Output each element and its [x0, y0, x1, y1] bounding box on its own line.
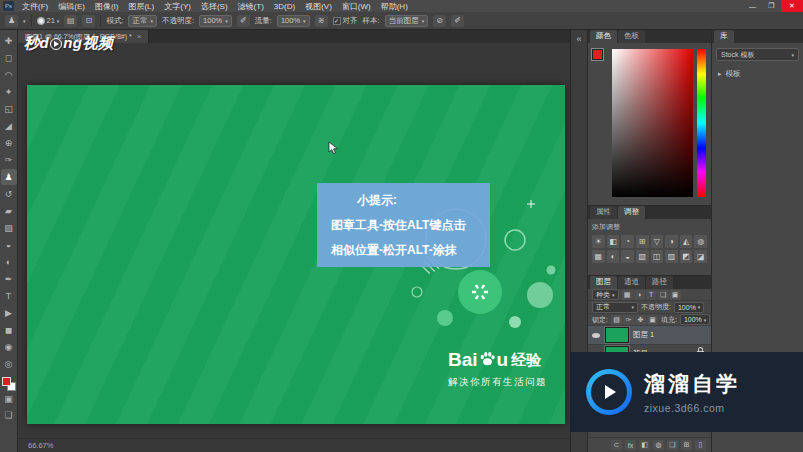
adjustment-icon[interactable]: ▽: [651, 235, 664, 248]
adjustment-icon[interactable]: ◐: [607, 250, 620, 263]
layers-footer-icon[interactable]: ⊂: [611, 440, 622, 450]
color-gradient-picker[interactable]: [612, 49, 693, 197]
tool-button[interactable]: ◎: [1, 356, 17, 372]
tool-button[interactable]: ⊕: [1, 135, 17, 151]
fill-select[interactable]: 100% ▾: [680, 314, 710, 325]
adjustment-icon[interactable]: ▧: [636, 250, 649, 263]
menu-item[interactable]: 窗口(W): [337, 0, 376, 12]
adjustment-icon[interactable]: ◧: [607, 235, 620, 248]
aligned-option[interactable]: ✓ 对齐: [333, 16, 358, 26]
close-button[interactable]: ✕: [781, 0, 803, 12]
layers-footer-icon[interactable]: fx: [625, 440, 636, 450]
tool-button[interactable]: ◉: [1, 339, 17, 355]
tool-button[interactable]: ▨: [1, 220, 17, 236]
menu-item[interactable]: 文件(F): [17, 0, 53, 12]
lock-icon[interactable]: ▨: [611, 315, 622, 325]
adjustment-icon[interactable]: ◫: [651, 250, 664, 263]
adjustment-icon[interactable]: ◭: [680, 235, 693, 248]
layer-filter-icon[interactable]: ◑: [634, 290, 645, 300]
tool-button[interactable]: ◒: [1, 237, 17, 253]
tab-close-icon[interactable]: ×: [137, 32, 142, 41]
menu-item[interactable]: 滤镜(T): [233, 0, 269, 12]
adjustment-icon[interactable]: ◔: [621, 235, 634, 248]
tool-button[interactable]: ◼: [1, 322, 17, 338]
adjustment-icon[interactable]: ◍: [694, 235, 707, 248]
tool-button[interactable]: ◻: [1, 50, 17, 66]
brush-size-picker[interactable]: 21 ▾: [37, 16, 60, 25]
lock-icon[interactable]: ✑: [623, 315, 634, 325]
lock-icon[interactable]: ▣: [647, 315, 658, 325]
clone-source-icon[interactable]: ⊡: [82, 15, 95, 27]
hue-slider[interactable]: [697, 49, 706, 197]
blend-mode-select[interactable]: 正常 ▾: [592, 302, 638, 313]
pressure-opacity-icon[interactable]: ✐: [237, 15, 250, 27]
tool-button[interactable]: ✚: [1, 33, 17, 49]
adjustment-icon[interactable]: ☀: [592, 235, 605, 248]
airbrush-icon[interactable]: ≋: [315, 15, 328, 27]
tool-button[interactable]: ◱: [1, 101, 17, 117]
minimize-button[interactable]: —: [743, 0, 762, 12]
tab-paths[interactable]: 路径: [646, 276, 673, 289]
tab-libraries[interactable]: 库: [714, 30, 734, 43]
adjustment-icon[interactable]: ◒: [621, 250, 634, 263]
tool-button[interactable]: ✒: [1, 271, 17, 287]
layers-footer-icon[interactable]: ◍: [653, 440, 664, 450]
tab-channels[interactable]: 通道: [618, 276, 645, 289]
sample-dropdown[interactable]: 当前图层 ▾: [385, 15, 429, 27]
layer-filter-icon[interactable]: ▦: [622, 290, 633, 300]
tool-button[interactable]: ◐: [1, 254, 17, 270]
chevron-down-icon[interactable]: ▾: [23, 18, 26, 24]
layers-footer-icon[interactable]: ▯: [695, 440, 706, 450]
layer-opacity-select[interactable]: 100% ▾: [674, 302, 704, 313]
flow-dropdown[interactable]: 100% ▾: [277, 15, 310, 27]
library-type-select[interactable]: Stock 模板 ▾: [716, 48, 799, 61]
tool-button[interactable]: ◢: [1, 118, 17, 134]
adjustment-icon[interactable]: ⊞: [636, 235, 649, 248]
visibility-eye-icon[interactable]: [591, 330, 601, 340]
tool-button[interactable]: T: [1, 288, 17, 304]
pressure-size-icon[interactable]: ✐: [451, 15, 464, 27]
maximize-button[interactable]: ❐: [762, 0, 781, 12]
tool-button[interactable]: ✦: [1, 84, 17, 100]
library-templates-item[interactable]: ▸ 模板: [716, 69, 799, 79]
menu-item[interactable]: 3D(D): [269, 0, 300, 12]
layer-filter-icon[interactable]: ▣: [670, 290, 681, 300]
quick-mask-button[interactable]: ▣: [1, 391, 17, 407]
menu-item[interactable]: 图像(I): [90, 0, 124, 12]
menu-item[interactable]: 编辑(E): [53, 0, 90, 12]
aligned-checkbox[interactable]: ✓: [333, 17, 341, 25]
adjustment-icon[interactable]: ◩: [680, 250, 693, 263]
foreground-color-indicator[interactable]: [592, 49, 603, 60]
tab-layers[interactable]: 图层: [590, 276, 617, 289]
menu-item[interactable]: 视图(V): [300, 0, 337, 12]
tab-swatches[interactable]: 色板: [618, 30, 645, 43]
adjustment-icon[interactable]: ◑: [665, 235, 678, 248]
zoom-level[interactable]: 66.67%: [28, 441, 53, 450]
document-canvas[interactable]: 小提示: 图章工具-按住ALT键点击 相似位置-松开ALT-涂抹: [27, 85, 565, 424]
blend-mode-dropdown[interactable]: 正常 ▾: [128, 15, 157, 27]
adjustment-icon[interactable]: ◪: [694, 250, 707, 263]
tool-button[interactable]: ↺: [1, 186, 17, 202]
tab-properties[interactable]: 属性: [590, 206, 617, 219]
menu-item[interactable]: 选择(S): [196, 0, 233, 12]
canvas-viewport[interactable]: 小提示: 图章工具-按住ALT键点击 相似位置-松开ALT-涂抹: [18, 43, 570, 438]
layer-filter-select[interactable]: 种类 ▾: [592, 289, 619, 300]
tool-button[interactable]: ▰: [1, 203, 17, 219]
screen-mode-button[interactable]: ❏: [1, 407, 17, 423]
tool-button[interactable]: ♟: [1, 169, 17, 185]
layer-filter-icon[interactable]: T: [646, 290, 657, 300]
layer-filter-icon[interactable]: ❏: [658, 290, 669, 300]
tab-color[interactable]: 颜色: [590, 30, 617, 43]
layers-footer-icon[interactable]: ❏: [667, 440, 678, 450]
tool-preset-icon[interactable]: ♟: [5, 15, 18, 27]
brush-panel-icon[interactable]: ▤: [64, 15, 77, 27]
layer-row-layer1[interactable]: 图层 1: [588, 326, 711, 345]
opacity-dropdown[interactable]: 100% ▾: [199, 15, 232, 27]
ignore-adjustments-icon[interactable]: ⊘: [433, 15, 446, 27]
adjustment-icon[interactable]: ▨: [665, 250, 678, 263]
menu-item[interactable]: 图层(L): [123, 0, 159, 12]
tool-button[interactable]: ✑: [1, 152, 17, 168]
menu-item[interactable]: 文字(Y): [159, 0, 196, 12]
collapse-panels-icon[interactable]: «: [576, 34, 581, 44]
menu-item[interactable]: 帮助(H): [376, 0, 413, 12]
